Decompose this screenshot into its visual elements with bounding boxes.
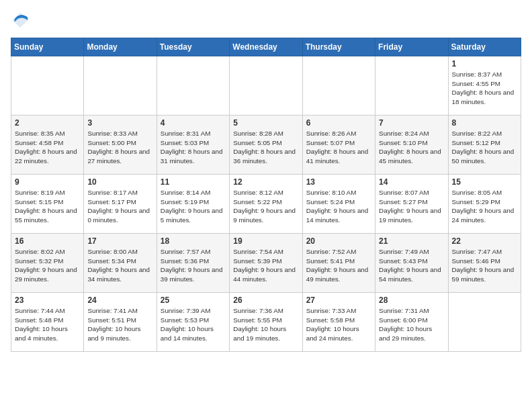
day-cell — [302, 56, 375, 116]
day-cell: 14Sunrise: 8:07 AM Sunset: 5:27 PM Dayli… — [375, 175, 448, 234]
day-cell: 1Sunrise: 8:37 AM Sunset: 4:55 PM Daylig… — [448, 56, 521, 116]
day-info: Sunrise: 7:39 AM Sunset: 5:53 PM Dayligh… — [161, 306, 226, 343]
day-cell: 20Sunrise: 7:52 AM Sunset: 5:41 PM Dayli… — [302, 234, 375, 293]
day-cell: 3Sunrise: 8:33 AM Sunset: 5:00 PM Daylig… — [84, 116, 157, 175]
day-number: 6 — [306, 118, 371, 128]
day-cell: 5Sunrise: 8:28 AM Sunset: 5:05 PM Daylig… — [230, 116, 302, 175]
day-info: Sunrise: 8:22 AM Sunset: 5:12 PM Dayligh… — [452, 129, 517, 166]
day-cell: 24Sunrise: 7:41 AM Sunset: 5:51 PM Dayli… — [84, 293, 157, 352]
day-cell: 16Sunrise: 8:02 AM Sunset: 5:32 PM Dayli… — [11, 234, 84, 293]
day-number: 11 — [161, 177, 226, 187]
calendar-body: 1Sunrise: 8:37 AM Sunset: 4:55 PM Daylig… — [11, 56, 521, 352]
day-number: 1 — [452, 59, 517, 68]
header-day-sunday: Sunday — [11, 38, 84, 56]
day-cell: 22Sunrise: 7:47 AM Sunset: 5:46 PM Dayli… — [448, 234, 521, 293]
day-number: 2 — [15, 118, 80, 128]
day-cell: 28Sunrise: 7:31 AM Sunset: 6:00 PM Dayli… — [375, 293, 448, 352]
day-info: Sunrise: 8:24 AM Sunset: 5:10 PM Dayligh… — [379, 129, 444, 166]
day-info: Sunrise: 7:57 AM Sunset: 5:36 PM Dayligh… — [161, 247, 226, 284]
header-day-friday: Friday — [375, 38, 448, 56]
day-cell: 25Sunrise: 7:39 AM Sunset: 5:53 PM Dayli… — [157, 293, 229, 352]
week-row-1: 1Sunrise: 8:37 AM Sunset: 4:55 PM Daylig… — [11, 56, 521, 116]
day-cell — [157, 56, 229, 116]
day-number: 27 — [306, 295, 371, 305]
day-number: 28 — [379, 295, 444, 305]
calendar-table: SundayMondayTuesdayWednesdayThursdayFrid… — [11, 38, 521, 352]
day-cell: 15Sunrise: 8:05 AM Sunset: 5:29 PM Dayli… — [448, 175, 521, 234]
day-number: 16 — [15, 236, 80, 246]
day-cell: 21Sunrise: 7:49 AM Sunset: 5:43 PM Dayli… — [375, 234, 448, 293]
day-number: 18 — [161, 236, 226, 246]
day-info: Sunrise: 7:31 AM Sunset: 6:00 PM Dayligh… — [379, 306, 444, 343]
day-cell — [230, 56, 302, 116]
day-number: 17 — [87, 236, 152, 246]
day-number: 5 — [233, 118, 298, 128]
day-number: 13 — [306, 177, 371, 187]
day-info: Sunrise: 8:26 AM Sunset: 5:07 PM Dayligh… — [306, 129, 371, 166]
day-cell — [448, 293, 521, 352]
day-info: Sunrise: 8:10 AM Sunset: 5:24 PM Dayligh… — [306, 188, 371, 225]
day-cell: 23Sunrise: 7:44 AM Sunset: 5:48 PM Dayli… — [11, 293, 84, 352]
day-cell: 7Sunrise: 8:24 AM Sunset: 5:10 PM Daylig… — [375, 116, 448, 175]
day-number: 24 — [87, 295, 152, 305]
logo-icon — [11, 11, 30, 30]
day-info: Sunrise: 7:36 AM Sunset: 5:55 PM Dayligh… — [233, 306, 298, 343]
header-day-wednesday: Wednesday — [230, 38, 302, 56]
day-cell — [84, 56, 157, 116]
day-info: Sunrise: 8:35 AM Sunset: 4:58 PM Dayligh… — [15, 129, 80, 166]
day-cell: 13Sunrise: 8:10 AM Sunset: 5:24 PM Dayli… — [302, 175, 375, 234]
day-cell — [375, 56, 448, 116]
day-cell: 10Sunrise: 8:17 AM Sunset: 5:17 PM Dayli… — [84, 175, 157, 234]
day-cell: 8Sunrise: 8:22 AM Sunset: 5:12 PM Daylig… — [448, 116, 521, 175]
header-day-saturday: Saturday — [448, 38, 521, 56]
day-number: 10 — [87, 177, 152, 187]
day-info: Sunrise: 8:37 AM Sunset: 4:55 PM Dayligh… — [452, 70, 517, 107]
header-day-tuesday: Tuesday — [157, 38, 229, 56]
day-info: Sunrise: 8:19 AM Sunset: 5:15 PM Dayligh… — [15, 188, 80, 225]
week-row-3: 9Sunrise: 8:19 AM Sunset: 5:15 PM Daylig… — [11, 175, 521, 234]
week-row-2: 2Sunrise: 8:35 AM Sunset: 4:58 PM Daylig… — [11, 116, 521, 175]
day-info: Sunrise: 8:33 AM Sunset: 5:00 PM Dayligh… — [87, 129, 152, 166]
week-row-5: 23Sunrise: 7:44 AM Sunset: 5:48 PM Dayli… — [11, 293, 521, 352]
day-number: 12 — [233, 177, 298, 187]
day-number: 15 — [452, 177, 517, 187]
day-info: Sunrise: 7:41 AM Sunset: 5:51 PM Dayligh… — [87, 306, 152, 343]
day-info: Sunrise: 7:33 AM Sunset: 5:58 PM Dayligh… — [306, 306, 371, 343]
day-info: Sunrise: 7:47 AM Sunset: 5:46 PM Dayligh… — [452, 247, 517, 284]
day-info: Sunrise: 8:07 AM Sunset: 5:27 PM Dayligh… — [379, 188, 444, 225]
day-info: Sunrise: 7:44 AM Sunset: 5:48 PM Dayligh… — [15, 306, 80, 343]
day-number: 14 — [379, 177, 444, 187]
day-cell: 2Sunrise: 8:35 AM Sunset: 4:58 PM Daylig… — [11, 116, 84, 175]
day-cell: 6Sunrise: 8:26 AM Sunset: 5:07 PM Daylig… — [302, 116, 375, 175]
day-info: Sunrise: 8:31 AM Sunset: 5:03 PM Dayligh… — [161, 129, 226, 166]
day-info: Sunrise: 8:14 AM Sunset: 5:19 PM Dayligh… — [161, 188, 226, 225]
day-info: Sunrise: 8:00 AM Sunset: 5:34 PM Dayligh… — [87, 247, 152, 284]
day-info: Sunrise: 7:52 AM Sunset: 5:41 PM Dayligh… — [306, 247, 371, 284]
day-number: 22 — [452, 236, 517, 246]
calendar-header: SundayMondayTuesdayWednesdayThursdayFrid… — [11, 38, 521, 56]
day-number: 19 — [233, 236, 298, 246]
day-cell: 18Sunrise: 7:57 AM Sunset: 5:36 PM Dayli… — [157, 234, 229, 293]
day-info: Sunrise: 8:17 AM Sunset: 5:17 PM Dayligh… — [87, 188, 152, 225]
day-info: Sunrise: 8:02 AM Sunset: 5:32 PM Dayligh… — [15, 247, 80, 284]
day-number: 25 — [161, 295, 226, 305]
day-number: 4 — [161, 118, 226, 128]
day-number: 3 — [87, 118, 152, 128]
day-cell: 19Sunrise: 7:54 AM Sunset: 5:39 PM Dayli… — [230, 234, 302, 293]
day-cell: 12Sunrise: 8:12 AM Sunset: 5:22 PM Dayli… — [230, 175, 302, 234]
day-info: Sunrise: 8:28 AM Sunset: 5:05 PM Dayligh… — [233, 129, 298, 166]
week-row-4: 16Sunrise: 8:02 AM Sunset: 5:32 PM Dayli… — [11, 234, 521, 293]
day-cell: 4Sunrise: 8:31 AM Sunset: 5:03 PM Daylig… — [157, 116, 229, 175]
day-number: 26 — [233, 295, 298, 305]
day-cell: 27Sunrise: 7:33 AM Sunset: 5:58 PM Dayli… — [302, 293, 375, 352]
day-cell: 17Sunrise: 8:00 AM Sunset: 5:34 PM Dayli… — [84, 234, 157, 293]
header-row: SundayMondayTuesdayWednesdayThursdayFrid… — [11, 38, 521, 56]
day-number: 9 — [15, 177, 80, 187]
day-cell: 26Sunrise: 7:36 AM Sunset: 5:55 PM Dayli… — [230, 293, 302, 352]
header-day-monday: Monday — [84, 38, 157, 56]
day-info: Sunrise: 7:54 AM Sunset: 5:39 PM Dayligh… — [233, 247, 298, 284]
day-number: 7 — [379, 118, 444, 128]
day-cell: 9Sunrise: 8:19 AM Sunset: 5:15 PM Daylig… — [11, 175, 84, 234]
day-number: 21 — [379, 236, 444, 246]
day-number: 8 — [452, 118, 517, 128]
